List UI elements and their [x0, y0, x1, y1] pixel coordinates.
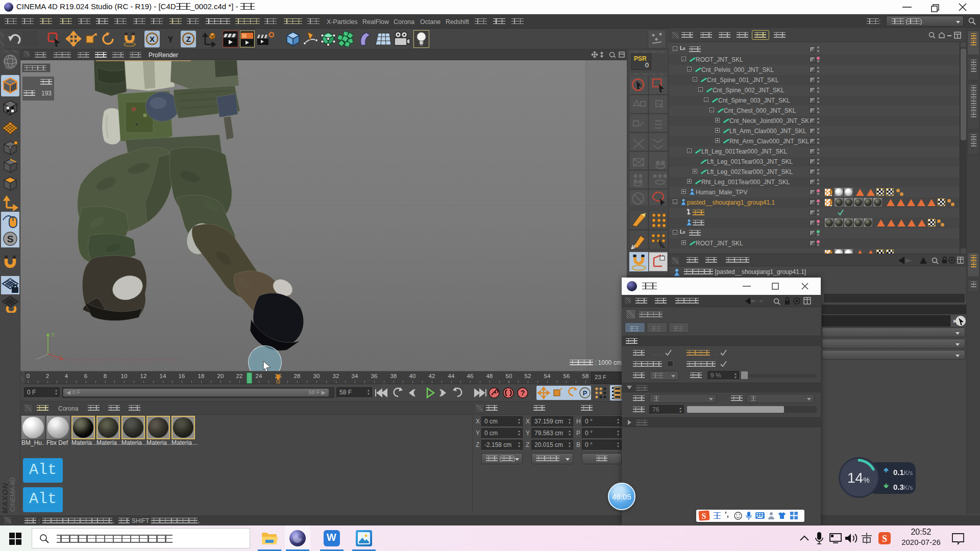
svg-text:S: S	[882, 534, 887, 544]
svg-text:?: ?	[521, 389, 525, 397]
svg-text:Y: Y	[51, 332, 55, 338]
svg-text:Z: Z	[186, 35, 190, 43]
svg-text:S: S	[7, 234, 14, 244]
svg-text:P: P	[583, 389, 587, 397]
svg-text:X: X	[150, 35, 155, 43]
svg-text:Y: Y	[167, 35, 174, 44]
